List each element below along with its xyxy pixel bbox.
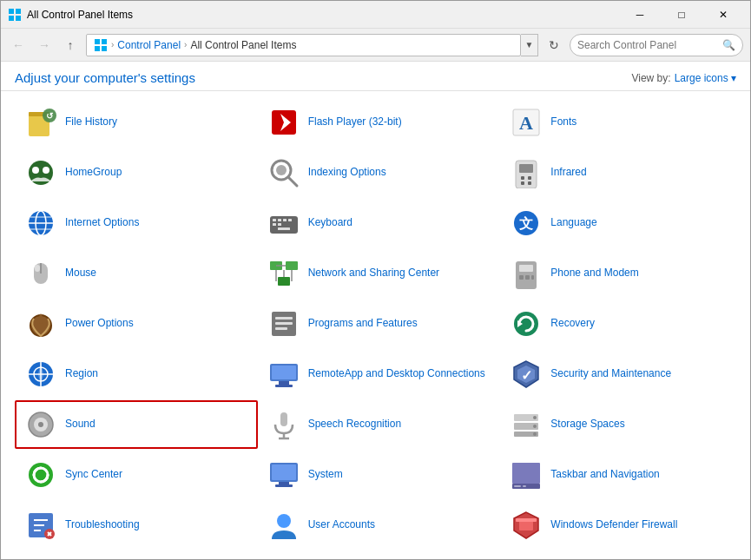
- close-button[interactable]: ✕: [703, 2, 743, 28]
- sync-center-label: Sync Center: [65, 468, 122, 482]
- keyboard-icon: [267, 206, 301, 240]
- grid-item-keyboard[interactable]: Keyboard: [258, 199, 501, 247]
- grid-item-network[interactable]: Network and Sharing Center: [258, 249, 501, 298]
- grid-item-user-accounts[interactable]: User Accounts: [258, 501, 501, 550]
- system-icon: [267, 458, 301, 492]
- window-controls: ─ □ ✕: [620, 2, 743, 28]
- grid-item-fonts[interactable]: AFonts: [500, 98, 743, 147]
- work-folders-icon: [267, 558, 301, 559]
- system-label: System: [308, 468, 343, 482]
- back-button[interactable]: ←: [8, 35, 29, 56]
- grid-item-windows-defender[interactable]: Windows Defender Firewall: [500, 501, 743, 550]
- internet-options-icon: [23, 206, 58, 240]
- svg-rect-6: [95, 46, 100, 51]
- search-input[interactable]: [577, 39, 722, 51]
- internet-options-label: Internet Options: [65, 216, 139, 230]
- grid-item-taskbar[interactable]: Taskbar and Navigation: [500, 451, 743, 499]
- grid-item-windows-to-go[interactable]: Windows To Go: [15, 551, 258, 559]
- forward-button[interactable]: →: [34, 35, 55, 56]
- grid-item-storage[interactable]: Storage Spaces: [500, 400, 743, 449]
- windows-to-go-icon: [23, 558, 58, 559]
- main-window: All Control Panel Items ─ □ ✕ ← → ↑ › Co…: [0, 0, 751, 560]
- region-icon: [23, 357, 58, 392]
- region-label: Region: [65, 367, 98, 381]
- svg-text:A: A: [519, 112, 533, 134]
- sound-label: Sound: [65, 418, 96, 432]
- svg-rect-54: [519, 265, 533, 272]
- svg-rect-74: [275, 385, 293, 387]
- up-button[interactable]: ↑: [60, 35, 81, 56]
- svg-rect-45: [35, 265, 40, 272]
- grid-item-programs-features[interactable]: Programs and Features: [258, 300, 501, 348]
- svg-rect-94: [275, 484, 293, 487]
- grid-item-system[interactable]: System: [258, 451, 501, 499]
- svg-rect-5: [102, 39, 107, 44]
- svg-rect-40: [278, 227, 290, 230]
- svg-rect-38: [273, 223, 276, 226]
- breadcrumb-control-panel[interactable]: Control Panel: [117, 39, 181, 51]
- grid-item-homegroup[interactable]: HomeGroup: [15, 148, 258, 197]
- breadcrumb-dropdown[interactable]: ▼: [521, 34, 538, 56]
- grid-item-security[interactable]: ✓Security and Maintenance: [500, 350, 743, 399]
- grid-item-phone-modem[interactable]: Phone and Modem: [500, 249, 743, 298]
- svg-text:文: 文: [519, 215, 533, 231]
- svg-point-87: [533, 416, 537, 419]
- svg-rect-7: [102, 46, 107, 51]
- adjust-settings-text: Adjust your computer's settings: [15, 70, 195, 85]
- grid-item-speech[interactable]: Speech Recognition: [258, 400, 501, 449]
- grid-item-infrared[interactable]: Infrared: [500, 148, 743, 197]
- windows-defender-icon: [509, 508, 543, 543]
- window-title: All Control Panel Items: [27, 9, 620, 21]
- troubleshoot-label: Troubleshooting: [65, 518, 140, 532]
- grid-item-internet-options[interactable]: Internet Options: [15, 199, 258, 247]
- minimize-button[interactable]: ─: [620, 2, 660, 28]
- taskbar-icon: [509, 458, 543, 492]
- view-by-value[interactable]: Large icons ▾: [675, 72, 736, 84]
- svg-rect-47: [286, 261, 298, 270]
- grid-item-power-options[interactable]: Power Options: [15, 300, 258, 348]
- items-scroll-area[interactable]: ↺File HistoryFlash Player (32-bit)AFonts…: [1, 91, 750, 559]
- security-label: Security and Maintenance: [550, 367, 671, 381]
- speech-icon: [267, 407, 301, 442]
- svg-rect-4: [95, 39, 100, 44]
- grid-item-work-folders[interactable]: Work Folders: [258, 551, 501, 559]
- svg-rect-39: [278, 223, 281, 226]
- main-panel: Adjust your computer's settings View by:…: [1, 62, 750, 559]
- grid-item-language[interactable]: 文Language: [500, 199, 743, 247]
- svg-rect-62: [275, 322, 293, 325]
- grid-item-sound[interactable]: Sound: [15, 400, 258, 449]
- homegroup-label: HomeGroup: [65, 166, 122, 180]
- grid-item-troubleshoot[interactable]: Troubleshooting: [15, 501, 258, 550]
- sync-center-icon: [23, 458, 58, 492]
- storage-icon: [509, 407, 543, 442]
- fonts-icon: A: [509, 105, 543, 140]
- grid-item-file-history[interactable]: ↺File History: [15, 98, 258, 147]
- svg-rect-2: [9, 16, 14, 21]
- svg-rect-55: [519, 275, 524, 280]
- user-accounts-icon: [267, 508, 301, 543]
- programs-features-icon: [267, 306, 301, 341]
- windows-defender-label: Windows Defender Firewall: [550, 518, 677, 532]
- grid-item-indexing[interactable]: Indexing Options: [258, 148, 501, 197]
- svg-line-20: [288, 177, 297, 186]
- window-icon: [8, 8, 22, 22]
- svg-rect-56: [525, 275, 530, 280]
- file-history-icon: ↺: [23, 105, 58, 140]
- breadcrumb-sep2: ›: [184, 40, 187, 49]
- svg-rect-95: [512, 463, 540, 484]
- view-by-control: View by: Large icons ▾: [631, 72, 736, 84]
- grid-item-mouse[interactable]: Mouse: [15, 249, 258, 298]
- maximize-button[interactable]: □: [662, 2, 702, 28]
- grid-item-recovery[interactable]: Recovery: [500, 300, 743, 348]
- network-label: Network and Sharing Center: [308, 267, 439, 280]
- grid-item-remoteapp[interactable]: RemoteApp and Desktop Connections: [258, 350, 501, 399]
- recovery-icon: [509, 306, 543, 341]
- grid-item-flash-player[interactable]: Flash Player (32-bit): [258, 98, 501, 147]
- grid-item-sync-center[interactable]: Sync Center: [15, 451, 258, 499]
- refresh-button[interactable]: ↻: [543, 35, 564, 56]
- indexing-label: Indexing Options: [308, 166, 386, 180]
- grid-item-region[interactable]: Region: [15, 350, 258, 399]
- mouse-icon: [23, 256, 58, 291]
- view-by-label: View by:: [631, 72, 670, 84]
- title-bar: All Control Panel Items ─ □ ✕: [1, 1, 750, 29]
